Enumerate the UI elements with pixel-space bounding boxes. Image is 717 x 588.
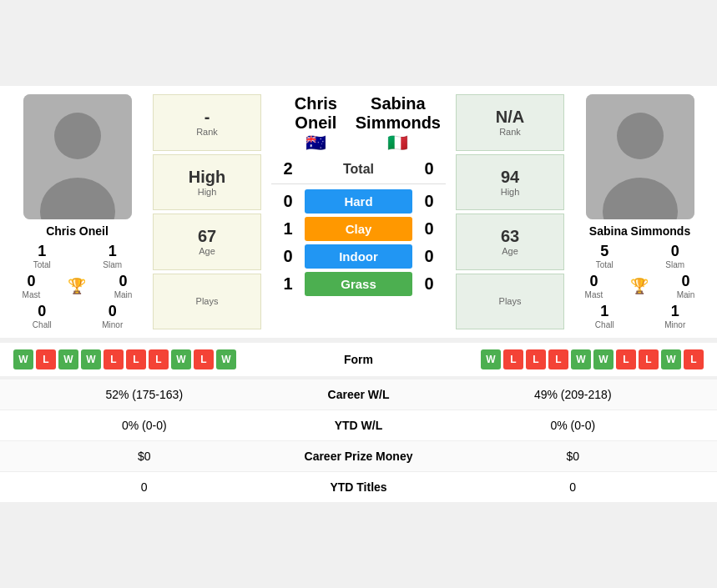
- right-high-value: 94: [501, 168, 519, 187]
- right-trophy-icon: 🏆: [630, 277, 649, 295]
- form-badge-left: W: [58, 349, 78, 369]
- total-row: 2 Total 0: [271, 159, 446, 178]
- stats-label-1: YTD W/L: [275, 419, 442, 432]
- left-trophy-row: 0 Mast 🏆 0 Main: [8, 273, 146, 299]
- svg-point-4: [617, 113, 664, 159]
- form-badge-right: L: [684, 349, 704, 369]
- hard-row: 0 Hard 0: [271, 189, 446, 214]
- left-header: Chris Oneil 🇦🇺: [276, 94, 356, 153]
- right-flag: 🇮🇹: [356, 133, 441, 153]
- stats-label-0: Career W/L: [275, 388, 442, 401]
- left-main-label: Main: [114, 290, 133, 299]
- total-label: Total: [343, 162, 374, 177]
- left-center-stats: - Rank High High 67 Age Plays: [153, 94, 261, 329]
- left-header-name: Chris Oneil: [276, 94, 356, 133]
- right-stats-grid: 5 Total 0 Slam: [571, 243, 709, 269]
- left-plays-label: Plays: [196, 296, 219, 306]
- stats-right-1: 0% (0-0): [442, 419, 704, 432]
- total-left-score: 2: [271, 159, 305, 178]
- right-main-label: Main: [677, 290, 695, 299]
- left-high-label: High: [198, 187, 217, 197]
- clay-badge: Clay: [305, 217, 412, 241]
- form-label: Form: [309, 353, 409, 366]
- right-trophy-row: 0 Mast 🏆 0 Main: [571, 273, 709, 299]
- right-rank-box: N/A Rank: [456, 94, 564, 151]
- stats-right-3: 0: [442, 480, 704, 494]
- indoor-row: 0 Indoor 0: [271, 244, 446, 269]
- form-badge-left: W: [171, 349, 191, 369]
- right-slam-value: 0: [671, 243, 679, 260]
- left-mast-value: 0: [27, 273, 35, 290]
- left-form-badges: WLWWLLLWLW: [13, 349, 305, 369]
- right-mast-label: Mast: [585, 290, 603, 299]
- stats-label-3: YTD Titles: [275, 480, 442, 494]
- form-badge-left: L: [149, 349, 169, 369]
- form-badge-left: L: [36, 349, 56, 369]
- form-badge-left: W: [216, 349, 236, 369]
- right-plays-box: Plays: [456, 274, 564, 330]
- right-form-badges: WLLLWWLLWL: [412, 349, 704, 369]
- right-age-value: 63: [501, 227, 519, 246]
- svg-point-1: [54, 113, 101, 159]
- right-chall-value: 1: [600, 303, 608, 320]
- right-age-box: 63 Age: [456, 214, 564, 270]
- stats-row: $0 Career Prize Money $0: [0, 441, 717, 472]
- left-total-label: Total: [33, 260, 51, 269]
- stats-left-1: 0% (0-0): [13, 419, 275, 432]
- form-badge-right: L: [526, 349, 546, 369]
- hard-right-score: 0: [412, 192, 446, 211]
- right-header: Sabina Simmonds 🇮🇹: [356, 94, 441, 153]
- score-rows: 2 Total 0 0 Hard 0 1 Clay 0: [268, 159, 449, 329]
- left-main-cell: 0 Main: [114, 273, 133, 299]
- right-minor-value: 1: [671, 303, 679, 320]
- form-badge-right: L: [639, 349, 659, 369]
- right-player-avatar: [586, 94, 694, 219]
- left-minor-value: 0: [109, 303, 117, 320]
- grass-badge: Grass: [305, 272, 412, 296]
- left-total-value: 1: [38, 243, 46, 260]
- left-chall-label: Chall: [33, 320, 52, 329]
- indoor-left-score: 0: [271, 247, 305, 266]
- left-player-name: Chris Oneil: [46, 224, 109, 238]
- left-total-cell: 1 Total: [8, 243, 76, 269]
- form-badge-right: W: [661, 349, 681, 369]
- left-flag: 🇦🇺: [276, 133, 356, 153]
- form-badge-left: L: [126, 349, 146, 369]
- left-bottom-stats: 0 Chall 0 Minor: [8, 303, 146, 329]
- stats-left-0: 52% (175-163): [13, 388, 275, 401]
- form-badge-right: L: [548, 349, 568, 369]
- right-mast-cell: 0 Mast: [585, 273, 603, 299]
- stats-table: 52% (175-163) Career W/L 49% (209-218) 0…: [0, 379, 717, 502]
- clay-left-score: 1: [271, 219, 305, 239]
- clay-row: 1 Clay 0: [271, 217, 446, 241]
- indoor-badge: Indoor: [305, 244, 412, 269]
- left-rank-value: -: [204, 108, 210, 127]
- form-badge-left: L: [104, 349, 124, 369]
- top-section: Chris Oneil 1 Total 1 Slam 0 Mast 🏆 0: [0, 86, 717, 338]
- form-badge-left: W: [81, 349, 101, 369]
- left-mast-label: Mast: [23, 290, 41, 299]
- right-mast-value: 0: [589, 273, 598, 290]
- stats-row: 52% (175-163) Career W/L 49% (209-218): [0, 379, 717, 410]
- right-player-card: Sabina Simmonds 5 Total 0 Slam 0 Mast 🏆: [571, 94, 709, 329]
- right-slam-cell: 0 Slam: [642, 243, 709, 269]
- grass-right-score: 0: [412, 274, 446, 294]
- grass-row: 1 Grass 0: [271, 272, 446, 296]
- left-stats-grid: 1 Total 1 Slam: [8, 243, 146, 269]
- left-high-value: High: [189, 168, 225, 187]
- right-minor-label: Minor: [664, 320, 685, 329]
- hard-badge: Hard: [305, 189, 412, 214]
- right-main-cell: 0 Main: [677, 273, 695, 299]
- stats-right-0: 49% (209-218): [442, 388, 704, 401]
- left-plays-box: Plays: [153, 274, 261, 330]
- form-badge-left: W: [13, 349, 33, 369]
- grass-left-score: 1: [271, 274, 305, 294]
- right-high-label: High: [501, 187, 520, 197]
- right-high-box: 94 High: [456, 154, 564, 211]
- right-main-value: 0: [682, 273, 690, 290]
- left-chall-cell: 0 Chall: [8, 303, 76, 329]
- left-age-value: 67: [198, 227, 216, 246]
- left-slam-cell: 1 Slam: [79, 243, 147, 269]
- main-container: Chris Oneil 1 Total 1 Slam 0 Mast 🏆 0: [0, 86, 717, 502]
- player-headers: Chris Oneil 🇦🇺 Sabina Simmonds 🇮🇹: [268, 94, 449, 159]
